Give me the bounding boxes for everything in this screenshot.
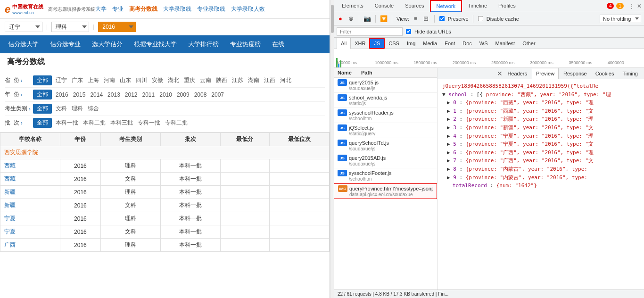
opt-bk1[interactable]: 本科一批 (56, 119, 78, 127)
scrollbar-thumb[interactable] (331, 5, 334, 33)
item-arrow-8[interactable]: ▶ (447, 166, 450, 172)
opt-jiangxi[interactable]: 江西 (264, 76, 275, 84)
close-preview-btn[interactable]: ✕ (497, 70, 503, 77)
opt-2008[interactable]: 2008 (194, 91, 207, 98)
opt-2010[interactable]: 2010 (159, 91, 172, 98)
opt-hunan[interactable]: 湖南 (248, 76, 259, 84)
preview-tab-timing[interactable]: Timing (619, 68, 642, 79)
preview-tab-preview[interactable]: Preview (532, 68, 559, 79)
item-arrow-5[interactable]: ▶ (447, 141, 450, 147)
network-item[interactable]: JS sysschoolHeader.js /schoolhtm (334, 108, 437, 123)
net-tab-img[interactable]: Img (403, 38, 419, 49)
item-arrow-1[interactable]: ▶ (447, 108, 450, 114)
close-devtools-icon[interactable]: ✕ (637, 3, 642, 9)
nav-luquxian[interactable]: 大学录取线 (163, 5, 191, 13)
network-item[interactable]: JS querySchoolTd.js /soudaxue/js (334, 138, 437, 153)
opt-2016[interactable]: 2016 (56, 91, 68, 98)
opt-zk1[interactable]: 专科一批 (138, 119, 160, 127)
type-select[interactable]: 理科 (51, 22, 89, 32)
filter-icon[interactable]: 🔽 (380, 15, 388, 23)
opt-chongqing[interactable]: 重庆 (184, 76, 195, 84)
opt-wenke[interactable]: 文科 (56, 105, 67, 113)
nav-daxue[interactable]: 大学 (95, 5, 107, 13)
menu-find-by-major[interactable]: 根据专业找大学 (128, 35, 182, 53)
item-arrow-6[interactable]: ▶ (447, 149, 450, 156)
nav-zhuanye[interactable]: 专业 (112, 5, 124, 13)
camera-icon[interactable]: 📷 (363, 15, 371, 23)
opt-jiangsu[interactable]: 江苏 (232, 76, 243, 84)
cell-province[interactable]: 西藏 (0, 159, 60, 173)
nav-zhuanye-luqu[interactable]: 专业录取线 (197, 5, 225, 13)
network-item[interactable]: JS query2015AD.js /soudaxue/js (334, 153, 437, 168)
menu-estimate-univ[interactable]: 估分选大学 (2, 35, 44, 53)
opt-bk2[interactable]: 本科二批 (83, 119, 106, 127)
province-select[interactable]: 辽宁 (5, 22, 42, 32)
type-arrow[interactable]: › (29, 106, 31, 112)
opt-bk3[interactable]: 本科三批 (110, 119, 133, 127)
opt-henan[interactable]: 河南 (104, 76, 115, 84)
opt-guangdong[interactable]: 广东 (72, 76, 83, 84)
record-icon[interactable]: ● (337, 15, 344, 23)
opt-like[interactable]: 理科 (72, 105, 83, 113)
opt-2015[interactable]: 2015 (73, 91, 86, 98)
school-arrow[interactable]: ▼ (442, 91, 446, 98)
item-arrow-4[interactable]: ▶ (447, 133, 450, 139)
network-item[interactable]: JS sysschoolFooter.js /schoolhtm (334, 168, 437, 183)
menu-online[interactable]: 在线 (266, 35, 290, 53)
menu-select-univ[interactable]: 选大学估分 (86, 35, 128, 53)
net-tab-font[interactable]: Font (441, 38, 459, 49)
cell-province[interactable]: 宁夏 (0, 225, 60, 239)
item-arrow-7[interactable]: ▶ (447, 157, 450, 164)
stop-icon[interactable]: ⊗ (347, 15, 355, 23)
opt-zonghe[interactable]: 综合 (88, 105, 99, 113)
net-tab-xhr[interactable]: XHR (351, 38, 369, 49)
throttle-select[interactable]: No throttling (600, 15, 641, 23)
net-tab-js[interactable]: JS (369, 38, 385, 49)
net-tab-media[interactable]: Media (419, 38, 441, 49)
opt-2012[interactable]: 2012 (125, 91, 138, 98)
preserve-checkbox[interactable] (439, 16, 445, 21)
preview-tab-headers[interactable]: Headers (504, 68, 531, 79)
tab-profiles[interactable]: Profiles (493, 0, 521, 12)
year-arrow[interactable]: › (21, 91, 23, 98)
nav-gaokao[interactable]: 高考分数线 (129, 5, 157, 13)
cell-province[interactable]: 西藏 (0, 173, 60, 186)
nav-luqu-renshu[interactable]: 大学录取人数 (231, 5, 265, 13)
opt-yunnan[interactable]: 云南 (200, 76, 211, 84)
preview-tab-cookies[interactable]: Cookies (592, 68, 618, 79)
cell-province[interactable]: 广西 (0, 239, 60, 252)
item-arrow-9[interactable]: ▶ (447, 174, 450, 181)
preview-tab-response[interactable]: Response (560, 68, 591, 79)
province-all-btn[interactable]: 全部 (33, 75, 52, 85)
tab-network[interactable]: Network (430, 0, 462, 12)
item-arrow-3[interactable]: ▶ (447, 124, 450, 131)
cell-province[interactable]: 宁夏 (0, 212, 60, 225)
tab-console[interactable]: Console (369, 0, 399, 12)
network-item[interactable]: JS jQSelect.js /static/jquery (334, 123, 437, 138)
opt-sichuan[interactable]: 四川 (136, 76, 147, 84)
net-tab-doc[interactable]: Doc (459, 38, 476, 49)
menu-estimate-major[interactable]: 估分选专业 (44, 35, 86, 53)
hide-data-urls-checkbox[interactable] (406, 29, 411, 34)
tab-sources[interactable]: Sources (399, 0, 429, 12)
opt-hebei[interactable]: 河北 (280, 76, 291, 84)
net-tab-css[interactable]: CSS (385, 38, 403, 49)
type-all-btn[interactable]: 全部 (33, 104, 52, 114)
opt-shanghai[interactable]: 上海 (88, 76, 99, 84)
opt-zk2[interactable]: 专科二批 (165, 119, 188, 127)
year-all-btn[interactable]: 全部 (33, 90, 52, 99)
opt-hubei[interactable]: 湖北 (168, 76, 179, 84)
view-list-icon[interactable]: ≡ (412, 15, 420, 23)
net-tab-ws[interactable]: WS (476, 38, 492, 49)
opt-shaanxi[interactable]: 陕西 (216, 76, 227, 84)
cell-province[interactable]: 新疆 (0, 199, 60, 212)
opt-anhui[interactable]: 安徽 (152, 76, 163, 84)
opt-shandong[interactable]: 山东 (120, 76, 131, 84)
cell-province[interactable]: 新疆 (0, 186, 60, 199)
more-icon[interactable]: ⋮ (629, 3, 635, 9)
opt-2007[interactable]: 2007 (211, 91, 224, 98)
menu-ranking[interactable]: 大学排行榜 (182, 35, 224, 53)
opt-2014[interactable]: 2014 (90, 91, 103, 98)
network-filter-input[interactable] (337, 27, 403, 36)
menu-hot[interactable]: 专业热度榜 (224, 35, 266, 53)
